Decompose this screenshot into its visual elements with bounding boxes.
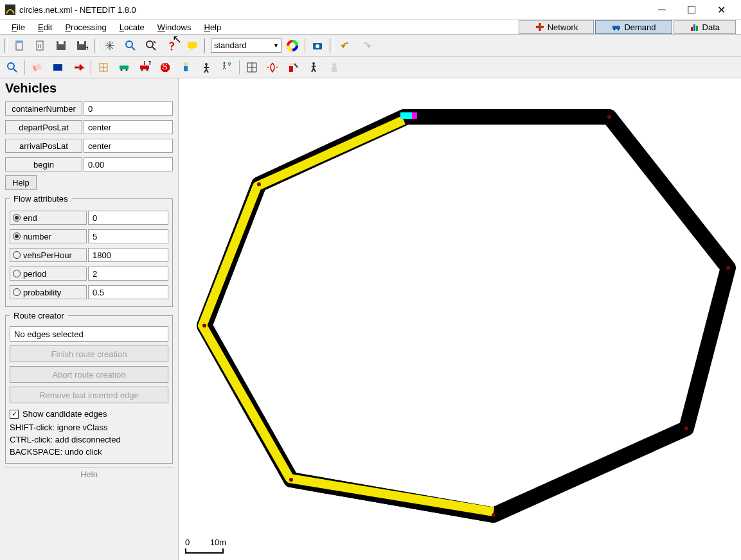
show-candidates-row[interactable]: ✓ Show candidate edges bbox=[10, 409, 168, 419]
spread-button[interactable] bbox=[263, 58, 282, 76]
scheme-dropdown[interactable]: standard bbox=[211, 39, 281, 53]
svg-point-1 bbox=[539, 26, 541, 28]
locate-button[interactable] bbox=[141, 37, 161, 55]
menu-edit[interactable]: Edit bbox=[31, 21, 58, 33]
flow-legend: Flow attributes bbox=[10, 194, 72, 204]
menu-file[interactable]: File bbox=[5, 21, 31, 33]
label-number: number bbox=[23, 232, 51, 241]
panel-title: Vehicles bbox=[0, 78, 178, 98]
redo-button[interactable] bbox=[357, 37, 376, 55]
label-end: end bbox=[23, 213, 37, 223]
sidebar: Vehicles containerNumber 0 departPosLat … bbox=[0, 78, 179, 560]
mode-network-label: Network bbox=[548, 22, 578, 32]
svg-point-20 bbox=[171, 48, 173, 50]
mode-data-button[interactable]: Data bbox=[674, 20, 736, 34]
radio-icon bbox=[13, 232, 21, 240]
recompute-button[interactable] bbox=[100, 37, 120, 55]
menu-locate[interactable]: Locate bbox=[113, 21, 151, 33]
radio-icon bbox=[13, 251, 21, 259]
save-button[interactable] bbox=[51, 37, 71, 55]
value-arrivalposlat[interactable]: center bbox=[84, 139, 173, 153]
mode-network-button[interactable]: Network bbox=[519, 20, 594, 34]
mode-demand-button[interactable]: Demand bbox=[595, 20, 672, 34]
bottom-help-label: Heln bbox=[5, 468, 173, 479]
zoom-button[interactable] bbox=[121, 37, 140, 55]
checkbox-icon: ✓ bbox=[10, 410, 19, 419]
value-begin[interactable]: 0.00 bbox=[84, 157, 173, 171]
maximize-button[interactable]: ☐ bbox=[677, 0, 706, 19]
value-end[interactable]: 0 bbox=[88, 211, 168, 225]
remove-edge-button[interactable]: Remove last inserted edge bbox=[10, 387, 168, 403]
radio-vehsperhour[interactable]: vehsPerHour bbox=[10, 248, 87, 262]
toolbar-grip-4[interactable] bbox=[330, 39, 334, 53]
person-mode-button[interactable] bbox=[197, 58, 216, 76]
svg-point-16 bbox=[126, 41, 132, 48]
move-mode-button[interactable] bbox=[69, 58, 88, 76]
walk-button[interactable] bbox=[304, 58, 323, 76]
help-button[interactable]: Help bbox=[5, 175, 37, 190]
scale-zero: 0 bbox=[185, 538, 190, 547]
undo-button[interactable] bbox=[336, 37, 355, 55]
lock-button[interactable] bbox=[325, 58, 344, 76]
row-probability: probability 0.5 bbox=[10, 284, 168, 301]
save-as-button[interactable]: + bbox=[72, 37, 91, 55]
window-title: circles.net.xml - NETEDIT 1.8.0 bbox=[19, 5, 647, 15]
svg-line-26 bbox=[13, 69, 17, 72]
junction-dot bbox=[684, 426, 688, 430]
row-vehsperhour: vehsPerHour 1800 bbox=[10, 247, 168, 263]
close-button[interactable]: ✕ bbox=[706, 0, 736, 19]
stop-mode-button[interactable]: STOP bbox=[156, 58, 175, 76]
radio-probability[interactable]: probability bbox=[10, 285, 87, 299]
svg-point-45 bbox=[312, 62, 315, 65]
scheme-value: standard bbox=[214, 40, 247, 50]
delete-mode-button[interactable] bbox=[28, 58, 47, 76]
menu-processing[interactable]: Processing bbox=[58, 21, 112, 33]
window-controls: ─ ☐ ✕ bbox=[647, 0, 736, 19]
vehicle-marker-tail bbox=[412, 112, 417, 119]
flow-attributes-group: Flow attributes end 0 number 5 vehsPerHo… bbox=[5, 194, 173, 307]
toolbar-grip[interactable] bbox=[4, 39, 8, 53]
menu-windows[interactable]: Windows bbox=[151, 21, 198, 33]
route-mode-button[interactable] bbox=[94, 58, 113, 76]
help-toolbar-button[interactable] bbox=[162, 37, 181, 55]
new-file-button[interactable] bbox=[10, 37, 30, 55]
open-file-button[interactable] bbox=[31, 37, 50, 55]
personplan-mode-button[interactable] bbox=[217, 58, 237, 76]
screenshot-button[interactable] bbox=[308, 37, 327, 55]
junction-dot bbox=[492, 513, 495, 517]
row-period: period 2 bbox=[10, 265, 168, 282]
svg-rect-21 bbox=[188, 42, 197, 48]
value-probability[interactable]: 0.5 bbox=[88, 285, 168, 299]
radio-period[interactable]: period bbox=[10, 267, 87, 281]
svg-point-43 bbox=[224, 62, 226, 64]
canvas[interactable]: 010m bbox=[179, 78, 741, 560]
inspect-mode-button[interactable] bbox=[3, 58, 22, 76]
demand-icon bbox=[611, 22, 621, 32]
persontype-mode-button[interactable] bbox=[176, 58, 195, 76]
vehicle-mode-button[interactable] bbox=[114, 58, 134, 76]
value-period[interactable]: 2 bbox=[88, 267, 168, 281]
svg-rect-29 bbox=[53, 64, 62, 71]
tooltips-button[interactable] bbox=[183, 37, 202, 55]
radio-number[interactable]: number bbox=[10, 229, 87, 243]
finish-route-button[interactable]: Finish route creation bbox=[10, 346, 168, 362]
junctionshape-button[interactable] bbox=[283, 58, 303, 76]
value-containernumber[interactable]: 0 bbox=[84, 101, 173, 116]
svg-point-18 bbox=[147, 41, 153, 48]
vtype-mode-button[interactable]: TYPE bbox=[135, 58, 154, 76]
menu-help[interactable]: Help bbox=[197, 21, 228, 33]
svg-text:TYPE: TYPE bbox=[142, 61, 151, 67]
value-number[interactable]: 5 bbox=[88, 229, 168, 243]
minimize-button[interactable]: ─ bbox=[647, 0, 677, 19]
toolbar-grip-2[interactable] bbox=[94, 39, 98, 53]
value-departposlat[interactable]: center bbox=[84, 120, 173, 134]
grid-button[interactable] bbox=[242, 58, 262, 76]
svg-line-19 bbox=[152, 47, 156, 50]
select-mode-button[interactable] bbox=[48, 58, 67, 76]
radio-end[interactable]: end bbox=[10, 211, 87, 225]
toolbar-grip-3[interactable] bbox=[204, 39, 208, 53]
abort-route-button[interactable]: Abort route creation bbox=[10, 366, 168, 383]
scale-bar bbox=[185, 548, 224, 554]
color-wheel-button[interactable] bbox=[283, 37, 302, 55]
value-vehsperhour[interactable]: 1800 bbox=[88, 248, 168, 262]
